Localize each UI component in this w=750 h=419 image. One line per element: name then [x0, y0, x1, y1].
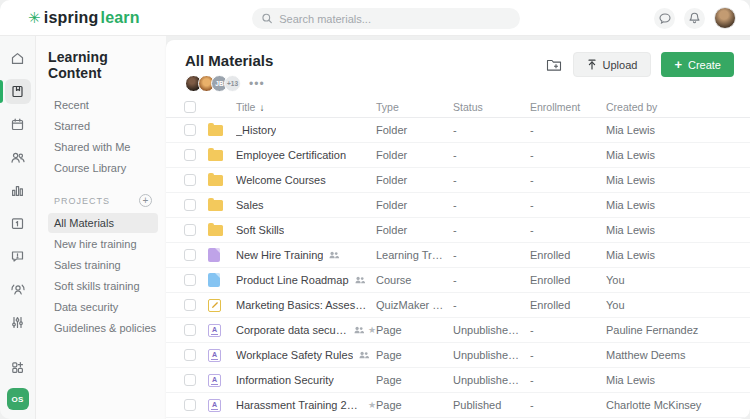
panel-actions: Upload + Create: [546, 52, 734, 77]
people-icon: [10, 150, 26, 165]
folder-plus-icon: [546, 58, 563, 72]
rail-item-apps[interactable]: [5, 355, 31, 380]
row-checkbox[interactable]: [184, 274, 196, 286]
table-row[interactable]: Marketing Basics: Assessment 01 QuizMake…: [166, 293, 750, 318]
cell-status: -: [453, 174, 530, 186]
sidebar-item[interactable]: Recent: [48, 95, 158, 115]
column-created-by[interactable]: Created by: [606, 101, 750, 113]
sidebar-item[interactable]: Course Library: [48, 158, 158, 178]
rail-item-home[interactable]: [5, 46, 31, 71]
logo-brand-text: ispring: [44, 9, 99, 27]
row-checkbox[interactable]: [184, 224, 196, 236]
profile-avatar[interactable]: [714, 7, 736, 29]
item-title[interactable]: New Hire Training: [236, 249, 323, 261]
rail-item-tasks[interactable]: [5, 211, 31, 236]
rail-item-learning-content[interactable]: [5, 79, 31, 104]
item-title[interactable]: _History: [236, 124, 276, 136]
rail-item-calendar[interactable]: [5, 112, 31, 137]
page-icon: A: [208, 349, 221, 362]
column-type[interactable]: Type: [376, 101, 453, 113]
item-title[interactable]: Information Security: [236, 374, 334, 386]
item-type-icon: [208, 150, 236, 161]
sidebar-item[interactable]: Shared with Me: [48, 137, 158, 157]
create-button[interactable]: + Create: [661, 52, 734, 77]
rail-user-avatar[interactable]: OS: [7, 388, 29, 410]
new-folder-button[interactable]: [546, 58, 563, 72]
table-row[interactable]: A Harassment Training 2020 ★ Page Publis…: [166, 393, 750, 418]
ispring-learn-logo[interactable]: ✳ ispring learn: [28, 9, 140, 27]
table-row[interactable]: Welcome Courses Folder - - Mia Lewis: [166, 168, 750, 193]
row-checkbox[interactable]: [184, 174, 196, 186]
table-row[interactable]: A Corporate data security policy ★ Page …: [166, 318, 750, 343]
cell-status: Unpublished Chan...: [453, 349, 530, 361]
table-row[interactable]: Sales Folder - - Mia Lewis: [166, 193, 750, 218]
table-row[interactable]: A Workplace Safety Rules Page Unpublishe…: [166, 343, 750, 368]
topbar: ✳ ispring learn: [0, 0, 750, 36]
item-title[interactable]: Harassment Training 2020: [236, 399, 362, 411]
star-icon: ★: [368, 401, 376, 410]
row-checkbox[interactable]: [184, 299, 196, 311]
add-project-button[interactable]: +: [139, 194, 152, 207]
search-input[interactable]: [279, 13, 510, 25]
item-title[interactable]: Sales: [236, 199, 264, 211]
column-title[interactable]: Title↓: [236, 101, 376, 113]
table-row[interactable]: Employee Certification Folder - - Mia Le…: [166, 143, 750, 168]
table-row[interactable]: A Information Security Page Unpublished …: [166, 368, 750, 393]
row-checkbox[interactable]: [184, 249, 196, 261]
cell-status: Published: [453, 399, 530, 411]
help-chat-button[interactable]: [654, 8, 675, 29]
sidebar-item[interactable]: Soft skills training: [48, 276, 158, 296]
row-checkbox[interactable]: [184, 199, 196, 211]
rail-item-settings[interactable]: [5, 310, 31, 335]
column-enrollment[interactable]: Enrollment: [530, 101, 606, 113]
upload-button[interactable]: Upload: [573, 52, 652, 77]
search-bar[interactable]: [252, 8, 520, 29]
cell-enrollment: Enrolled: [530, 249, 606, 261]
cell-type: Folder: [376, 174, 453, 186]
rail-item-support[interactable]: [5, 277, 31, 302]
row-checkbox[interactable]: [184, 324, 196, 336]
sidebar-item[interactable]: Starred: [48, 116, 158, 136]
table-row[interactable]: Product Line Roadmap Course - Enrolled Y…: [166, 268, 750, 293]
row-checkbox[interactable]: [184, 399, 196, 411]
rail-item-people[interactable]: [5, 145, 31, 170]
cell-status: -: [453, 199, 530, 211]
more-members-button[interactable]: •••: [249, 80, 265, 88]
sidebar-item[interactable]: Sales training: [48, 255, 158, 275]
sort-descending-icon[interactable]: ↓: [259, 102, 264, 113]
sidebar-item[interactable]: Data security: [48, 297, 158, 317]
item-title[interactable]: Soft Skills: [236, 224, 284, 236]
sidebar-item[interactable]: All Materials: [48, 213, 158, 233]
sidebar-item[interactable]: New hire training: [48, 234, 158, 254]
item-title[interactable]: Product Line Roadmap: [236, 274, 349, 286]
rail-item-feedback[interactable]: [5, 244, 31, 269]
table-row[interactable]: _History Folder - - Mia Lewis: [166, 118, 750, 143]
select-all-checkbox[interactable]: [184, 101, 196, 113]
learning-content-sidebar: Learning Content RecentStarredShared wit…: [36, 36, 166, 419]
column-status[interactable]: Status: [453, 101, 530, 113]
row-checkbox[interactable]: [184, 124, 196, 136]
item-title[interactable]: Workplace Safety Rules: [236, 349, 353, 361]
table-row[interactable]: New Hire Training Learning Track - Enrol…: [166, 243, 750, 268]
cell-enrollment: -: [530, 224, 606, 236]
item-title[interactable]: Employee Certification: [236, 149, 346, 161]
cell-enrollment: -: [530, 149, 606, 161]
sidebar-item[interactable]: Guidelines & policies: [48, 318, 158, 338]
search-icon: [262, 13, 272, 24]
notifications-button[interactable]: [684, 8, 705, 29]
cell-type: Page: [376, 349, 453, 361]
cell-created-by: You: [606, 274, 750, 286]
cell-type: Folder: [376, 199, 453, 211]
row-checkbox[interactable]: [184, 374, 196, 386]
table-row[interactable]: Soft Skills Folder - - Mia Lewis: [166, 218, 750, 243]
enrolled-people-icon: [329, 251, 339, 259]
row-checkbox[interactable]: [184, 149, 196, 161]
folder-icon: [208, 150, 223, 161]
rail-item-reports[interactable]: [5, 178, 31, 203]
item-title[interactable]: Marketing Basics: Assessment 01: [236, 299, 370, 311]
row-checkbox[interactable]: [184, 349, 196, 361]
upload-label: Upload: [603, 59, 638, 71]
item-title[interactable]: Corporate data security policy: [236, 324, 348, 336]
item-title[interactable]: Welcome Courses: [236, 174, 326, 186]
member-avatar[interactable]: +13: [224, 75, 241, 92]
